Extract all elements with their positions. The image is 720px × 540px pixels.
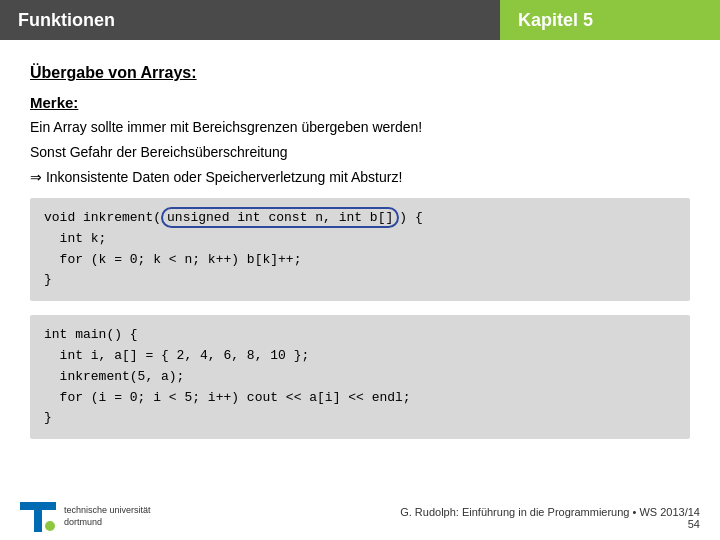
note-title: Merke: <box>30 94 690 111</box>
code2-line-1: int main() { <box>44 327 138 342</box>
code-line-3: for (k = 0; k < n; k++) b[k]++; <box>44 252 301 267</box>
header-title: Funktionen <box>0 0 500 40</box>
code2-line-5: } <box>44 410 52 425</box>
code-line-4: } <box>44 272 52 287</box>
footer-semester: WS 2013/14 <box>639 506 700 518</box>
footer-logo-area: technische universität dortmund <box>20 502 151 532</box>
main-content: Übergabe von Arrays: Merke: Ein Array so… <box>0 40 720 463</box>
svg-rect-1 <box>34 510 42 532</box>
text-line-2: Sonst Gefahr der Bereichsüberschreitung <box>30 142 690 163</box>
code-line-2: int k; <box>44 231 106 246</box>
code-line-1-suffix: ) { <box>399 210 422 225</box>
footer-page: 54 <box>688 518 700 530</box>
svg-point-2 <box>45 521 55 531</box>
footer-uni-name: technische universität <box>64 505 151 517</box>
code2-line-3: inkrement(5, a); <box>44 369 184 384</box>
footer-info: G. Rudolph: Einführung in die Programmie… <box>400 506 700 530</box>
code-highlight: unsigned int const n, int b[] <box>161 207 399 228</box>
header: Funktionen Kapitel 5 <box>0 0 720 40</box>
code-line-1-prefix: void inkrement( <box>44 210 161 225</box>
header-chapter: Kapitel 5 <box>500 0 720 40</box>
code2-line-2: int i, a[] = { 2, 4, 6, 8, 10 }; <box>44 348 309 363</box>
footer-author: G. Rudolph: Einführung in die Programmie… <box>400 506 629 518</box>
footer-uni-text: technische universität dortmund <box>64 505 151 528</box>
code2-line-4: for (i = 0; i < 5; i++) cout << a[i] << … <box>44 390 411 405</box>
svg-rect-0 <box>20 502 56 510</box>
section-title: Übergabe von Arrays: <box>30 64 690 82</box>
tudo-logo-icon <box>20 502 56 532</box>
code-block-1: void inkrement(unsigned int const n, int… <box>30 198 690 301</box>
text-line-1: Ein Array sollte immer mit Bereichsgrenz… <box>30 117 690 138</box>
text-line-3: ⇒ Inkonsistente Daten oder Speicherverle… <box>30 167 690 188</box>
footer-uni-city: dortmund <box>64 517 151 529</box>
code-block-2: int main() { int i, a[] = { 2, 4, 6, 8, … <box>30 315 690 439</box>
